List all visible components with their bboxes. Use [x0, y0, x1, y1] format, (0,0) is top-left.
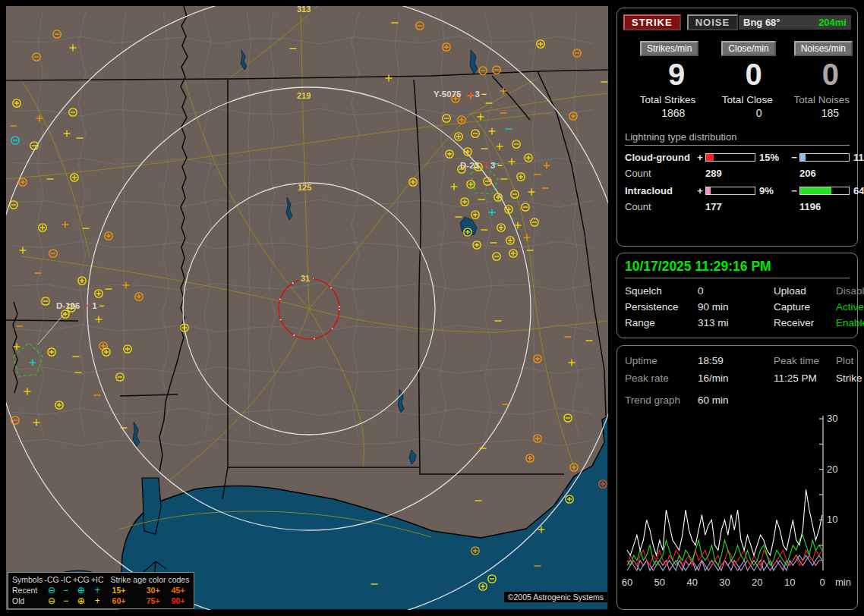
lightning-distribution: Lightning type distribution Cloud-ground…	[617, 119, 857, 212]
cell-label-part: 1	[92, 301, 97, 310]
x-tick-label: 50	[654, 577, 665, 588]
capture-status: Active	[836, 301, 864, 313]
ic-positive-percent: 9%	[755, 185, 789, 196]
squelch-value: 0	[698, 285, 774, 297]
count-label: Count	[625, 168, 695, 179]
divider	[625, 278, 850, 278]
minus-sign: −	[789, 152, 799, 163]
session-row: Peak rate 16/min 11:25 PM Strike	[617, 369, 857, 387]
cloud-ground-count-row: Count 289 206	[625, 168, 850, 179]
datetime-display: 10/17/2025 11:29:16 PM	[617, 253, 857, 278]
x-tick-label: 30	[719, 577, 730, 588]
cloud-ground-label: Cloud-ground	[625, 152, 695, 163]
total-close-label: Total Close	[698, 91, 775, 105]
trend-graph-label: Trend graph	[625, 394, 698, 406]
capture-label: Capture	[774, 301, 836, 313]
ic-positive-count: 177	[705, 201, 789, 212]
status-panel: 10/17/2025 11:29:16 PM Squelch 0 Upload …	[616, 253, 858, 338]
close-column: Close/min 0 Total Close 0	[698, 41, 775, 119]
intracloud-count-row: Count 177 1196	[625, 201, 850, 212]
plot-mode-value: Strike	[836, 372, 862, 384]
lightning-map[interactable]: 31321912531 Y-5075+3−D-23+3−D-196−1− Sym…	[6, 6, 608, 610]
cell-label-part: 3	[490, 161, 495, 170]
x-tick-label: 0	[819, 577, 825, 588]
peak-rate-value: 16/min	[698, 372, 774, 384]
uptime-value: 18:59	[698, 355, 774, 366]
cg-positive-bar	[705, 153, 755, 162]
noises-per-min-button[interactable]: Noises/min	[794, 41, 853, 56]
ic-negative-count: 1196	[799, 201, 864, 212]
legend-header-ic-pos: +IC	[90, 574, 105, 585]
statistics-panel: STRIKE NOISE Bng 68° 204mi Strikes/min 9…	[616, 8, 858, 247]
total-noises-value: 185	[776, 105, 853, 119]
peak-rate-label: Peak rate	[625, 372, 698, 384]
cell-label-part: −	[85, 301, 90, 310]
cg-positive-count: 289	[705, 168, 789, 179]
cell-label-part: −	[497, 161, 503, 170]
cell-label-part: 3	[475, 90, 479, 99]
x-tick-label: 10	[784, 577, 795, 588]
cell-label-part: D-196	[56, 301, 80, 310]
x-tick-label: 60	[622, 577, 632, 588]
strikes-per-min-value: 9	[622, 56, 698, 91]
cell-label-part: Y-5075	[434, 90, 462, 99]
ring-label-125: 125	[298, 183, 311, 192]
map-legend: Symbols -CG -IC +CG +IC Strike age color…	[8, 572, 194, 609]
plot-label: Plot	[836, 355, 853, 366]
cell-label-part: +	[468, 90, 473, 99]
cg-negative-percent: 11%	[850, 152, 864, 163]
legend-header-ic-neg: -IC	[60, 574, 72, 585]
cell-label-part: −	[99, 301, 104, 310]
status-row: Persistence 90 min Capture Active	[617, 299, 857, 315]
plus-sign: +	[695, 152, 705, 163]
status-row: Range 313 mi Receiver Enabled	[617, 315, 857, 331]
range-value: 313 mi	[698, 317, 774, 328]
y-tick-label: 30	[827, 413, 837, 424]
status-row: Squelch 0 Upload Disabled	[617, 283, 857, 299]
count-label: Count	[625, 201, 695, 212]
total-strikes-label: Total Strikes	[622, 91, 698, 105]
distance-value: 204mi	[818, 17, 847, 28]
ic-negative-bar	[799, 187, 850, 195]
persistence-value: 90 min	[698, 301, 774, 313]
legend-row-old: Old⊖−⊕+60+75+90+	[11, 596, 191, 606]
total-noises-label: Total Noises	[776, 91, 853, 105]
noise-button[interactable]: NOISE	[687, 14, 738, 30]
persistence-label: Persistence	[625, 301, 698, 313]
peak-time-label: Peak time	[774, 355, 836, 366]
legend-table: Symbols -CG -IC +CG +IC Strike age color…	[11, 574, 191, 606]
x-tick-label: 20	[752, 577, 762, 588]
trend-graph-value: 60 min	[698, 394, 850, 406]
minus-sign: −	[789, 185, 799, 196]
cg-positive-percent: 15%	[755, 152, 789, 163]
map-canvas[interactable]: 31321912531 Y-5075+3−D-23+3−D-196−1−	[6, 6, 608, 610]
ring-label-31: 31	[301, 274, 310, 283]
intracloud-row: Intracloud + 9% − 64%	[625, 185, 850, 196]
cell-label-part: −	[482, 90, 487, 99]
cg-negative-bar	[799, 153, 850, 162]
y-tick-label: 20	[827, 464, 837, 475]
cell-label-part: +	[484, 161, 489, 170]
mode-button-row: STRIKE NOISE Bng 68° 204mi	[617, 8, 857, 30]
x-axis-unit: min	[835, 577, 851, 588]
bearing-display: Bng 68° 204mi	[739, 15, 851, 30]
legend-header-cg-neg: -CG	[43, 574, 59, 585]
strike-button[interactable]: STRIKE	[623, 14, 681, 30]
receiver-status: Enabled	[836, 317, 864, 328]
legend-age-title: Strike age color codes	[105, 574, 191, 585]
trend-graph-row: Trend graph 60 min	[617, 387, 857, 406]
session-row: Uptime 18:59 Peak time Plot	[617, 346, 857, 369]
legend-header-cg-pos: +CG	[72, 574, 90, 585]
squelch-label: Squelch	[625, 285, 698, 297]
ring-label-313: 313	[297, 6, 311, 14]
peak-time-value: 11:25 PM	[774, 372, 836, 384]
strikes-per-min-button[interactable]: Strikes/min	[640, 41, 698, 56]
stormvue-window: 31321912531 Y-5075+3−D-23+3−D-196−1− Sym…	[0, 0, 864, 616]
cg-negative-count: 206	[799, 168, 864, 179]
upload-label: Upload	[774, 285, 836, 297]
close-per-min-button[interactable]: Close/min	[721, 41, 775, 56]
ring-label-219: 219	[297, 91, 311, 100]
uptime-label: Uptime	[625, 355, 698, 366]
rate-columns: Strikes/min 9 Total Strikes 1868 Close/m…	[617, 30, 857, 119]
y-tick-label: 10	[827, 514, 837, 525]
